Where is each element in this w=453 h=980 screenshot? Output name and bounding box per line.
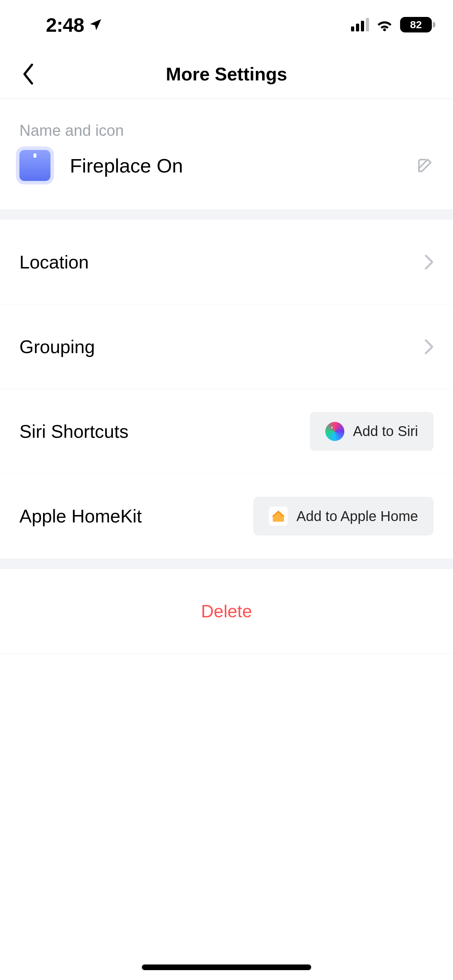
add-to-apple-home-button[interactable]: Add to Apple Home — [253, 497, 434, 536]
delete-button[interactable]: Delete — [0, 569, 453, 654]
section-gap — [0, 558, 453, 569]
home-indicator[interactable] — [142, 964, 311, 970]
section-delete: Delete — [0, 569, 453, 654]
delete-label: Delete — [201, 601, 252, 622]
section-gap — [0, 209, 453, 220]
chevron-right-icon — [424, 255, 434, 270]
row-siri-shortcuts: Siri Shortcuts Add to Siri — [0, 389, 453, 474]
cellular-signal-icon — [351, 18, 369, 32]
device-icon — [19, 150, 51, 181]
section-name-icon: Name and icon Fireplace On — [0, 99, 453, 209]
device-name-left: Fireplace On — [19, 150, 183, 181]
section-header-name-icon: Name and icon — [0, 99, 453, 150]
battery-icon: 82 — [400, 17, 432, 32]
add-to-siri-button[interactable]: Add to Siri — [310, 412, 434, 451]
page-title: More Settings — [166, 64, 287, 85]
row-device-name[interactable]: Fireplace On — [0, 150, 453, 209]
label-siri-shortcuts: Siri Shortcuts — [19, 421, 129, 442]
status-bar: 2:48 82 — [0, 0, 453, 49]
apple-home-icon — [269, 507, 288, 526]
battery-percentage: 82 — [410, 19, 421, 30]
edit-icon[interactable] — [416, 157, 434, 174]
location-services-icon — [88, 17, 103, 32]
row-apple-homekit: Apple HomeKit Add to Apple Home — [0, 474, 453, 558]
navbar: More Settings — [0, 49, 453, 99]
wifi-icon — [375, 18, 394, 32]
status-left: 2:48 — [46, 13, 103, 37]
add-to-siri-label: Add to Siri — [353, 423, 418, 439]
device-name-label: Fireplace On — [70, 154, 183, 177]
row-location[interactable]: Location — [0, 220, 453, 304]
row-grouping[interactable]: Grouping — [0, 304, 453, 389]
status-right: 82 — [351, 17, 432, 32]
content: Name and icon Fireplace On Location Grou… — [0, 99, 453, 654]
add-to-apple-home-label: Add to Apple Home — [296, 508, 418, 524]
back-button[interactable] — [16, 62, 41, 86]
status-time: 2:48 — [46, 13, 84, 37]
siri-icon — [325, 422, 344, 441]
label-apple-homekit: Apple HomeKit — [19, 506, 142, 527]
section-settings: Location Grouping Siri Shortcuts Add to … — [0, 220, 453, 558]
chevron-right-icon — [424, 339, 434, 355]
label-grouping: Grouping — [19, 336, 95, 357]
label-location: Location — [19, 251, 89, 273]
